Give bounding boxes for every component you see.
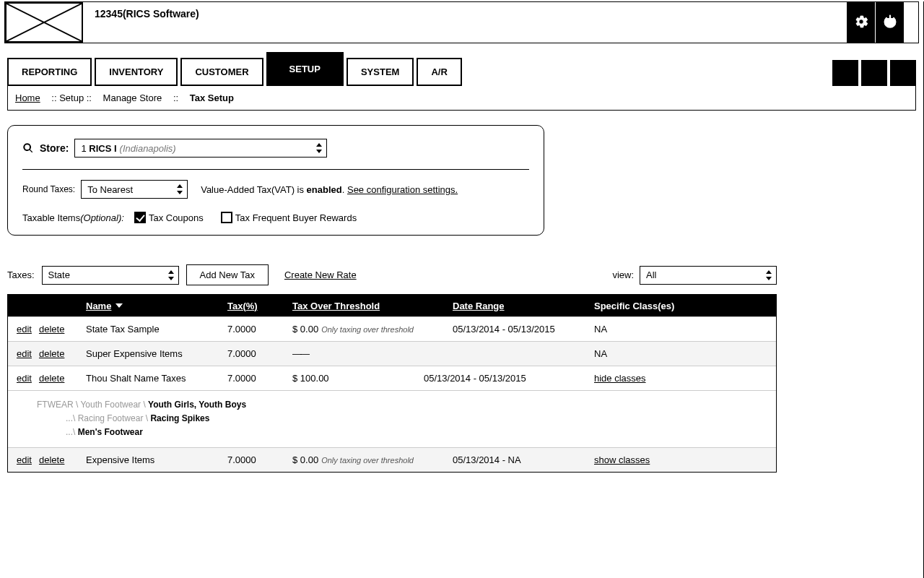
cell-name: Super Expensive Items [86,348,227,359]
cell-class: NA [594,348,776,359]
vat-config-link[interactable]: See configuration settings. [347,184,458,195]
breadcrumb-home[interactable]: Home [15,92,40,103]
search-icon [22,142,34,154]
col-tax-percent[interactable]: Tax(%) [227,301,258,311]
window-button-3[interactable] [890,60,916,86]
cell-name: State Tax Sample [86,324,227,335]
taxes-toolbar: Taxes: State Add New Tax Create New Rate… [7,264,777,285]
view-label: view: [612,269,634,280]
breadcrumb-sep [45,92,48,103]
tax-rewards-label: Tax Frequent Buyer Rewards [235,212,357,223]
class-leaf: Racing Spikes [150,413,209,423]
edit-link[interactable]: edit [17,373,32,384]
tab-reporting[interactable]: REPORTING [7,58,92,86]
edit-link[interactable]: edit [17,324,32,335]
delete-link[interactable]: delete [39,348,64,359]
breadcrumb-manage-store: Manage Store [103,92,162,103]
edit-link[interactable]: edit [17,454,32,465]
breadcrumb: Home :: Setup :: Manage Store :: Tax Set… [7,86,916,111]
updown-icon [315,142,323,154]
store-select-city: (Indianapolis) [120,143,176,154]
taxable-optional-label: (Optional): [80,212,124,223]
cell-name: Thou Shalt Name Taxes [86,373,227,384]
show-classes-link[interactable]: show classes [594,454,650,465]
cell-over: $ 0.00Only taxing over threshold [292,454,453,465]
col-tax-over-threshold[interactable]: Tax Over Threshold [292,301,380,311]
tax-coupons-checkbox[interactable] [134,212,146,223]
table-row: edit delete State Tax Sample 7.0000 $ 0.… [8,316,776,341]
cell-tax: 7.0000 [227,324,292,335]
store-select-num: 1 [81,143,86,154]
taxes-table: Name Tax(%) Tax Over Threshold Date Rang… [7,294,777,473]
taxes-type-select[interactable]: State [42,266,179,285]
class-path: ...\ [66,427,78,437]
cell-tax: 7.0000 [227,348,292,359]
gear-icon [853,14,869,32]
store-select-name: RICS I [89,143,116,154]
updown-icon [764,269,773,281]
cell-over: —— [292,348,453,359]
store-label: Store: [40,142,69,154]
class-tree-panel: FTWEAR \ Youth Footwear \ Youth Girls, Y… [8,390,776,447]
edit-link[interactable]: edit [17,348,32,359]
cell-date: 05/13/2014 - NA [453,454,594,465]
tab-ar[interactable]: A/R [417,58,461,86]
window-button-1[interactable] [832,60,858,86]
table-row: edit delete Super Expensive Items 7.0000… [8,341,776,366]
table-header: Name Tax(%) Tax Over Threshold Date Rang… [8,295,776,316]
vat-status-text: Value-Added Tax(VAT) is enabled. See con… [201,184,458,195]
col-date-range[interactable]: Date Range [453,301,505,311]
taxes-label: Taxes: [7,269,35,280]
header-title: 12345(RICS Software) [83,2,846,43]
table-row: edit delete Expensive Items 7.0000 $ 0.0… [8,447,776,472]
taxable-items-label: Taxable Items [22,212,80,223]
cell-over: $ 0.00Only taxing over threshold [292,324,453,335]
view-value: All [646,269,656,280]
class-path: FTWEAR \ Youth Footwear \ [37,400,148,410]
cell-tax: 7.0000 [227,373,292,384]
round-taxes-value: To Nearest [87,184,133,195]
col-name[interactable]: Name [86,301,111,311]
class-leaf: Youth Girls, Youth Boys [148,400,246,410]
cell-name: Expensive Items [86,454,227,465]
delete-link[interactable]: delete [39,454,64,465]
create-new-rate-link[interactable]: Create New Rate [284,269,357,280]
divider [22,169,529,170]
tab-setup[interactable]: SETUP [266,52,344,86]
tab-customer[interactable]: CUSTOMER [180,58,263,86]
round-taxes-select[interactable]: To Nearest [81,180,188,199]
tab-inventory[interactable]: INVENTORY [95,58,178,86]
updown-icon [167,269,175,281]
tax-coupons-label: Tax Coupons [149,212,204,223]
store-select[interactable]: 1 RICS I (Indianapolis) [74,139,327,158]
hide-classes-link[interactable]: hide classes [594,373,646,384]
breadcrumb-current: Tax Setup [190,92,234,103]
tax-rewards-checkbox[interactable] [221,212,232,223]
store-settings-panel: Store: 1 RICS I (Indianapolis) Round Tax… [7,125,544,236]
class-path: ...\ Racing Footwear \ [66,413,150,423]
settings-button[interactable] [846,2,875,43]
taxes-type-value: State [48,269,70,280]
view-select[interactable]: All [640,266,777,285]
updown-icon [175,184,184,195]
delete-link[interactable]: delete [39,324,64,335]
logo-placeholder [5,2,83,43]
delete-link[interactable]: delete [39,373,64,384]
main-tabs: REPORTING INVENTORY CUSTOMER SETUP SYSTE… [7,52,916,86]
header-bar: 12345(RICS Software) [4,1,919,43]
cell-date: 05/13/2014 - 05/13/2015 [453,324,594,335]
cell-class: NA [594,324,776,335]
table-row: edit delete Thou Shalt Name Taxes 7.0000… [8,366,776,390]
breadcrumb-sep2: :: [173,92,178,103]
power-button[interactable] [875,2,904,43]
sort-desc-icon [116,303,123,308]
power-icon [882,14,898,32]
add-new-tax-button[interactable]: Add New Tax [186,264,269,285]
tab-system[interactable]: SYSTEM [346,58,414,86]
breadcrumb-setup-seg: :: Setup :: [51,92,92,103]
window-button-2[interactable] [861,60,887,86]
class-leaf: Men's Footwear [78,427,143,437]
round-taxes-label: Round Taxes: [22,184,75,194]
cell-tax: 7.0000 [227,454,292,465]
col-specific-classes: Specific Class(es) [594,301,674,311]
